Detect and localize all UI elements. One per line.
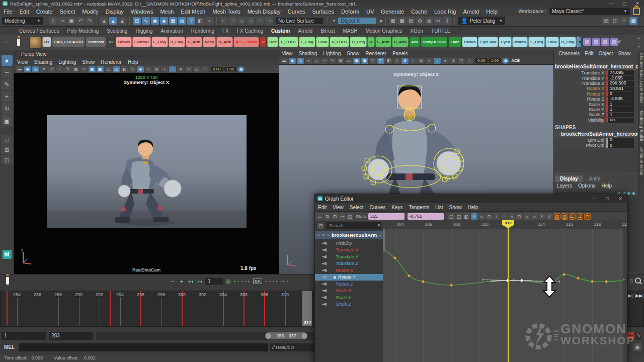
- shelf-button[interactable]: AllII: [409, 37, 420, 47]
- menu-item[interactable]: Mesh: [156, 9, 177, 15]
- tangent-button-icon[interactable]: ◫: [456, 213, 462, 220]
- frame-tick[interactable]: [17, 297, 18, 326]
- channel-label[interactable]: Translate Y: [554, 76, 606, 81]
- mute-channel-icon[interactable]: [322, 255, 327, 258]
- snap-icon[interactable]: ◈: [160, 17, 168, 25]
- history-icon[interactable]: ∪: [238, 17, 246, 25]
- history-icon[interactable]: ⊃: [229, 17, 237, 25]
- render-icon[interactable]: ✂: [434, 17, 442, 25]
- channel-value-field[interactable]: on: [608, 118, 634, 123]
- playback-dot-icon[interactable]: ▪: [234, 279, 236, 284]
- shelf-tab[interactable]: Bifrost: [316, 27, 339, 35]
- viewport-icon[interactable]: ◧: [121, 66, 128, 72]
- layer-icon[interactable]: ◆: [632, 191, 635, 196]
- menu-item[interactable]: Mesh Tools: [209, 9, 244, 15]
- selected-object-name[interactable]: brookeHeroSuitArmor_hero:root_ctrl: [554, 63, 638, 70]
- channel-label[interactable]: Rotate Y: [554, 92, 606, 97]
- graph-editor-plot[interactable]: 304306308310314316318320 312 ▸: [383, 220, 627, 362]
- auto-key-button[interactable]: —: [627, 332, 634, 339]
- menu-item[interactable]: File: [0, 9, 16, 15]
- tangent-button-icon[interactable]: ▢: [448, 213, 455, 220]
- user-account-selector[interactable]: 👤 Peter Dang ▼: [458, 17, 505, 25]
- viewport-menu-item[interactable]: Help: [125, 59, 141, 65]
- mel-label[interactable]: MEL: [0, 344, 19, 350]
- mel-result-field[interactable]: // Result: 0: [270, 343, 315, 351]
- tangent-button-icon[interactable]: A: [471, 213, 477, 220]
- shelf-tab[interactable]: Rigging: [131, 27, 156, 35]
- tool-button[interactable]: ✎: [2, 79, 13, 90]
- viewport-icon[interactable]: ▣: [97, 66, 104, 72]
- tab-anim[interactable]: Anim: [584, 175, 606, 182]
- shelf-button[interactable]: R_Fing: [350, 37, 367, 47]
- viewport-icon[interactable]: ⊘: [450, 58, 457, 64]
- channel-box-menu-item[interactable]: Edit: [582, 51, 596, 56]
- playback-dot-icon[interactable]: ▪: [283, 279, 284, 284]
- playback-start-field[interactable]: 283: [49, 332, 93, 340]
- graph-channel-row[interactable]: Visibility: [315, 240, 383, 247]
- playback-dot-icon[interactable]: •: [241, 279, 243, 284]
- viewport-icon[interactable]: ▪: [161, 66, 168, 72]
- mute-channel-icon[interactable]: [322, 268, 327, 272]
- snap-icon[interactable]: ◉: [151, 17, 159, 25]
- shelf-button[interactable]: L_Fing: [151, 37, 168, 47]
- shelf-tab[interactable]: Sculpting: [103, 27, 131, 35]
- snap-icon[interactable]: ◍: [178, 17, 186, 25]
- channel-label[interactable]: Scale Y: [554, 107, 606, 112]
- tab-display[interactable]: Display: [555, 175, 583, 182]
- tangent-button-icon[interactable]: ⊡: [584, 213, 591, 220]
- graph-editor-menu-item[interactable]: Keys: [388, 205, 406, 210]
- shelf-button[interactable]: Ik: [260, 37, 267, 47]
- channel-row[interactable]: Scale X 1: [554, 102, 638, 107]
- tangent-button-icon[interactable]: /: [494, 213, 500, 220]
- tangent-button-icon[interactable]: ⇉: [577, 213, 583, 220]
- viewport-icon[interactable]: ▪: [426, 58, 433, 64]
- graph-editor-menu-item[interactable]: Edit: [315, 205, 330, 210]
- playback-dot-icon[interactable]: •: [273, 279, 274, 284]
- layout-shortcut-button[interactable]: □: [2, 135, 13, 144]
- graph-channel-name[interactable]: Translate X: [336, 247, 358, 252]
- tangent-button-icon[interactable]: ¬: [509, 213, 515, 220]
- shelf-tab[interactable]: Animation: [156, 27, 187, 35]
- graph-editor-title-bar[interactable]: M Graph Editor — □ ✕: [315, 194, 627, 203]
- graph-editor-tool-icon[interactable]: ↔: [316, 213, 323, 220]
- viewport-icon[interactable]: ◐: [145, 66, 152, 72]
- selection-mode-icon[interactable]: ▲: [109, 17, 117, 25]
- chevron-right-icon[interactable]: ▶: [380, 19, 383, 23]
- viewport-icon[interactable]: ◫: [369, 58, 376, 64]
- viewport-icon[interactable]: ▣: [361, 58, 368, 64]
- channel-row[interactable]: Rotate X 10.561: [554, 86, 638, 91]
- menu-item[interactable]: Windows: [127, 9, 157, 15]
- menu-item[interactable]: UV: [363, 9, 377, 15]
- graph-channel-row[interactable]: Translate X: [315, 247, 383, 254]
- range-end-grip[interactable]: [302, 333, 307, 339]
- viewport-icon[interactable]: ▾: [305, 58, 312, 64]
- symmetry-field[interactable]: Object X: [338, 18, 376, 24]
- menu-item[interactable]: Curves: [284, 9, 309, 15]
- playback-button[interactable]: +: [178, 278, 186, 285]
- shelf-tab[interactable]: Poly Modeling: [63, 27, 103, 35]
- shelf-button[interactable]: Ik: [577, 37, 581, 47]
- graph-editor-menu-item[interactable]: Show: [446, 205, 465, 210]
- viewport-menu-item[interactable]: Show: [79, 59, 98, 65]
- mute-channel-icon[interactable]: [322, 241, 327, 245]
- tangent-button-icon[interactable]: ∿: [478, 213, 485, 220]
- new-scene-icon[interactable]: ▯: [49, 17, 57, 25]
- evolve-thumbnail-button[interactable]: [29, 37, 41, 49]
- channel-value-field[interactable]: -2.055: [608, 76, 634, 81]
- viewport-icon[interactable]: ◫: [105, 66, 112, 72]
- snap-icon[interactable]: ▪: [205, 17, 213, 25]
- menu-item[interactable]: Arnold: [459, 9, 482, 15]
- shelf-button[interactable]: R_Fing: [559, 37, 577, 47]
- tool-button[interactable]: ▣: [2, 115, 13, 126]
- graph-editor-menu-item[interactable]: Tangents: [406, 205, 432, 210]
- exposure-field[interactable]: 0.00: [475, 58, 488, 63]
- save-scene-icon[interactable]: ▣: [67, 17, 75, 25]
- graph-editor-menu-item[interactable]: Help: [465, 205, 481, 210]
- shelf-button[interactable]: Brows: [116, 37, 131, 47]
- viewport-icon[interactable]: ◇: [129, 66, 136, 72]
- plot-vertical-scroll-thumb[interactable]: [383, 229, 385, 252]
- live-surface-field[interactable]: No Live Surface: [276, 18, 323, 24]
- shelf-button[interactable]: R_Fing: [169, 37, 186, 47]
- mute-channel-icon[interactable]: [322, 296, 327, 299]
- gamma-field[interactable]: 1.00: [224, 67, 236, 71]
